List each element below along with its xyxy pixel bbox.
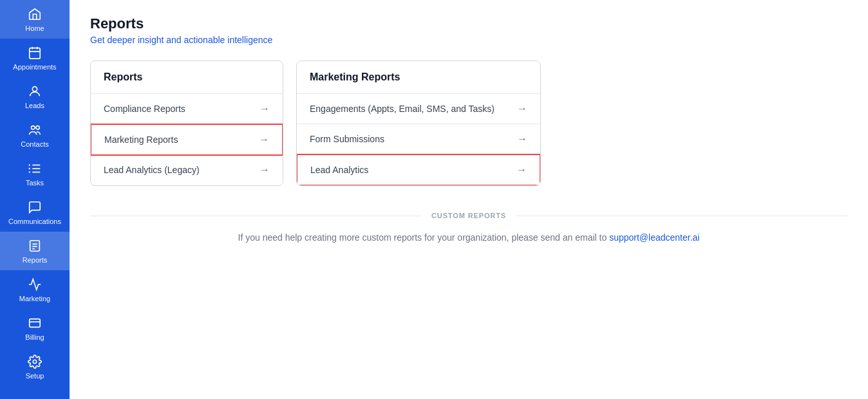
sidebar-item-home-label: Home [25, 24, 44, 32]
sidebar-item-marketing[interactable]: Marketing [0, 270, 70, 309]
marketing-icon [27, 277, 42, 292]
lead-analytics-label: Lead Analytics [310, 165, 368, 175]
page-subtitle-plain: Get deeper insight and actionable [90, 35, 227, 45]
custom-reports-text: If you need help creating more custom re… [90, 232, 847, 243]
sidebar-item-contacts[interactable]: Contacts [0, 116, 70, 154]
svg-point-1 [32, 87, 37, 91]
home-icon [27, 6, 42, 22]
custom-reports-divider: CUSTOM REPORTS [90, 212, 847, 219]
form-submissions-item[interactable]: Form Submissions → [297, 124, 540, 154]
engagements-label: Engagements (Appts, Email, SMS, and Task… [310, 104, 495, 114]
main-content: Reports Get deeper insight and actionabl… [70, 0, 868, 399]
sidebar-item-setup[interactable]: Setup [0, 348, 70, 386]
reports-card-header: Reports [91, 61, 283, 94]
sidebar-item-contacts-label: Contacts [21, 140, 48, 148]
billing-icon [27, 315, 42, 331]
tasks-icon [27, 161, 42, 176]
reports-icon [27, 238, 42, 254]
svg-rect-10 [30, 241, 40, 252]
sidebar-item-reports[interactable]: Reports [0, 232, 70, 270]
form-submissions-label: Form Submissions [310, 134, 384, 144]
marketing-reports-item[interactable]: Marketing Reports → [90, 124, 283, 156]
svg-point-2 [32, 126, 35, 130]
sidebar-item-billing-label: Billing [25, 333, 44, 341]
custom-reports-message: If you need help creating more custom re… [238, 232, 610, 243]
compliance-reports-item[interactable]: Compliance Reports → [91, 94, 283, 124]
appointments-icon [27, 45, 42, 60]
lead-analytics-item[interactable]: Lead Analytics → [296, 154, 541, 186]
svg-rect-0 [30, 48, 41, 59]
sidebar: Home Appointments Leads Contacts Tasks C… [0, 0, 70, 399]
sidebar-item-billing[interactable]: Billing [0, 309, 70, 348]
setup-icon [27, 354, 42, 369]
custom-reports-email-link[interactable]: support@leadcenter.ai [609, 232, 699, 243]
sidebar-item-marketing-label: Marketing [19, 295, 50, 302]
sidebar-item-reports-label: Reports [23, 256, 48, 264]
compliance-reports-label: Compliance Reports [104, 104, 185, 114]
sidebar-item-tasks[interactable]: Tasks [0, 154, 70, 193]
lead-analytics-arrow: → [516, 164, 527, 176]
lead-analytics-legacy-arrow: → [259, 164, 270, 176]
sidebar-item-appointments[interactable]: Appointments [0, 39, 70, 77]
compliance-reports-arrow: → [259, 103, 270, 115]
svg-point-16 [33, 360, 37, 364]
marketing-reports-arrow: → [259, 134, 269, 145]
sidebar-item-tasks-label: Tasks [26, 179, 44, 187]
custom-reports-section: CUSTOM REPORTS If you need help creating… [90, 212, 847, 243]
form-submissions-arrow: → [517, 133, 527, 145]
sidebar-item-leads-label: Leads [25, 102, 44, 109]
lead-analytics-legacy-label: Lead Analytics (Legacy) [104, 165, 200, 175]
cards-row: Reports Compliance Reports → Marketing R… [90, 60, 847, 186]
engagements-arrow: → [517, 103, 527, 115]
sidebar-item-setup-label: Setup [26, 372, 44, 380]
reports-card: Reports Compliance Reports → Marketing R… [90, 60, 283, 186]
page-subtitle: Get deeper insight and actionable intell… [90, 35, 847, 45]
lead-analytics-legacy-item[interactable]: Lead Analytics (Legacy) → [91, 155, 283, 185]
page-subtitle-link: intelligence [227, 35, 272, 45]
contacts-icon [27, 122, 42, 138]
sidebar-item-communications[interactable]: Communications [0, 193, 70, 232]
custom-reports-label: CUSTOM REPORTS [431, 212, 506, 219]
marketing-reports-label: Marketing Reports [104, 135, 178, 145]
marketing-reports-card-header: Marketing Reports [297, 61, 540, 94]
page-title: Reports [90, 15, 847, 32]
svg-point-3 [36, 126, 40, 130]
sidebar-item-communications-label: Communications [8, 218, 61, 225]
marketing-reports-card: Marketing Reports Engagements (Appts, Em… [296, 60, 541, 186]
sidebar-item-appointments-label: Appointments [13, 63, 56, 71]
leads-icon [27, 84, 42, 99]
communications-icon [27, 200, 42, 215]
engagements-item[interactable]: Engagements (Appts, Email, SMS, and Task… [297, 94, 540, 124]
sidebar-item-home[interactable]: Home [0, 0, 70, 39]
svg-rect-14 [30, 319, 41, 328]
sidebar-item-leads[interactable]: Leads [0, 77, 70, 116]
